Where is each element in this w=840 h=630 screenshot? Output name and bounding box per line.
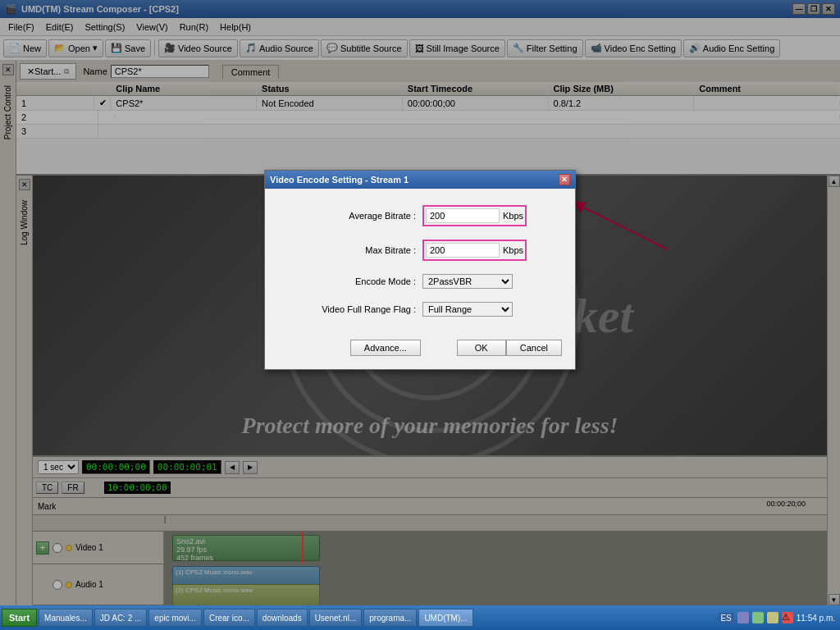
cancel-button[interactable]: Cancel [506, 340, 562, 356]
taskbar-item-4[interactable]: downloads [257, 609, 308, 627]
average-bitrate-field: Average Bitrate : Kbps [285, 205, 555, 226]
start-button[interactable]: Start [2, 609, 37, 627]
dialog-close-button[interactable]: ✕ [559, 174, 570, 185]
encode-mode-field: Encode Mode : 2PassVBR CBR VBR [285, 274, 555, 289]
taskbar: Start Manuales... JD AC: 2 ... epic movi… [0, 605, 840, 630]
modal-overlay: Video Encode Setting - Stream 1 ✕ Averag… [0, 0, 840, 605]
dialog-content: Average Bitrate : Kbps Max Bitrate : Kbp… [265, 189, 575, 333]
encode-mode-label: Encode Mode : [285, 276, 416, 286]
average-bitrate-input[interactable] [426, 208, 500, 223]
video-full-range-select[interactable]: Full Range Limited Range [422, 302, 513, 317]
max-bitrate-highlight-box: Kbps [422, 240, 527, 261]
taskbar-item-3[interactable]: Crear ico... [203, 609, 255, 627]
taskbar-item-1[interactable]: JD AC: 2 ... [94, 609, 148, 627]
max-bitrate-field: Max Bitrate : Kbps [285, 240, 555, 261]
video-full-range-label: Video Full Range Flag : [285, 304, 416, 314]
max-bitrate-unit: Kbps [503, 245, 523, 255]
sys-tray-icon-1 [737, 612, 749, 623]
taskbar-item-0[interactable]: Manuales... [39, 609, 93, 627]
sys-tray-icon-3 [767, 612, 778, 623]
video-encode-dialog: Video Encode Setting - Stream 1 ✕ Averag… [264, 170, 576, 370]
taskbar-item-2[interactable]: epic movi... [148, 609, 202, 627]
average-bitrate-unit: Kbps [503, 211, 523, 221]
clock: 11:54 p.m. [797, 614, 835, 623]
max-bitrate-label: Max Bitrate : [285, 245, 416, 255]
alert-icon: ⚠ [782, 612, 793, 623]
bitrate-highlight-box: Kbps [422, 205, 527, 226]
average-bitrate-label: Average Bitrate : [285, 211, 416, 221]
video-full-range-field: Video Full Range Flag : Full Range Limit… [285, 302, 555, 317]
dialog-actions: Advance... OK Cancel [265, 333, 575, 369]
ok-button[interactable]: OK [457, 340, 506, 356]
advance-button[interactable]: Advance... [350, 340, 421, 356]
taskbar-item-5[interactable]: Usenet.nl... [309, 609, 363, 627]
sys-tray-icon-2 [752, 612, 764, 623]
encode-mode-select[interactable]: 2PassVBR CBR VBR [422, 274, 513, 289]
dialog-title: Video Encode Setting - Stream 1 [270, 175, 409, 185]
taskbar-item-6[interactable]: programa... [363, 609, 417, 627]
taskbar-right: ES ⚠ 11:54 p.m. [718, 612, 838, 623]
taskbar-item-7[interactable]: UMD(TM)... [418, 609, 472, 627]
max-bitrate-input[interactable] [426, 243, 500, 258]
dialog-title-bar: Video Encode Setting - Stream 1 ✕ [265, 171, 575, 189]
language-indicator: ES [718, 613, 733, 623]
